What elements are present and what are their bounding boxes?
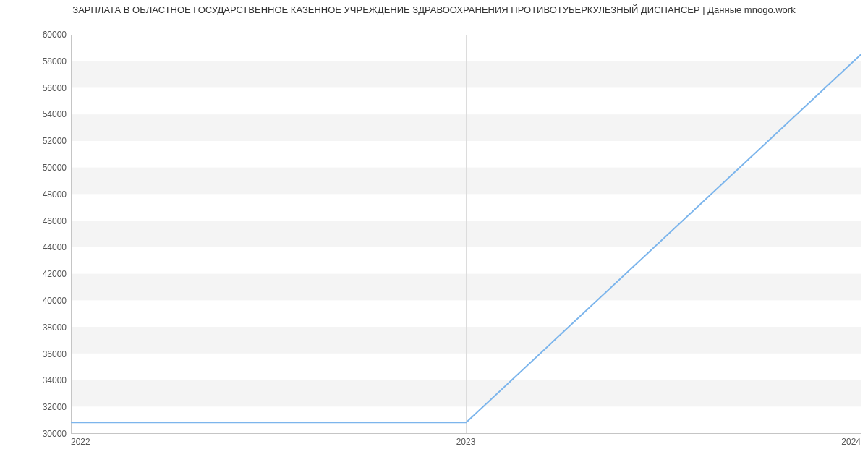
y-tick-label: 52000: [23, 136, 67, 146]
x-tick-label: 2023: [456, 437, 476, 447]
y-tick-label: 48000: [23, 189, 67, 200]
x-tick-label: 2022: [71, 437, 90, 447]
y-tick-label: 32000: [23, 402, 67, 412]
chart-svg: [72, 35, 861, 433]
y-tick-label: 44000: [23, 242, 67, 252]
y-tick-label: 46000: [23, 216, 67, 226]
y-tick-label: 60000: [23, 30, 67, 40]
y-tick-label: 36000: [23, 349, 67, 359]
y-tick-label: 58000: [23, 56, 67, 67]
x-tick-label: 2024: [841, 437, 861, 447]
y-tick-label: 38000: [23, 322, 67, 333]
y-tick-label: 40000: [23, 296, 67, 306]
chart-container: ЗАРПЛАТА В ОБЛАСТНОЕ ГОСУДАРСТВЕННОЕ КАЗ…: [0, 0, 868, 470]
y-tick-label: 42000: [23, 269, 67, 279]
y-tick-label: 34000: [23, 375, 67, 385]
y-tick-label: 50000: [23, 163, 67, 173]
y-tick-label: 56000: [23, 83, 67, 93]
y-tick-label: 54000: [23, 109, 67, 119]
y-tick-label: 30000: [23, 429, 67, 439]
chart-title: ЗАРПЛАТА В ОБЛАСТНОЕ ГОСУДАРСТВЕННОЕ КАЗ…: [0, 4, 868, 15]
plot-area: [71, 35, 861, 434]
